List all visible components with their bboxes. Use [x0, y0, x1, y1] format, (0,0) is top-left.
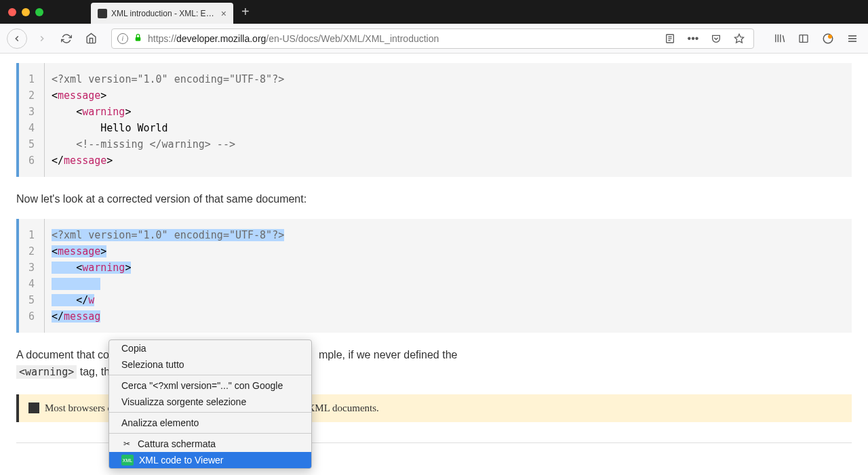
browser-toolbar: i https://developer.mozilla.org/en-US/do…	[0, 24, 868, 54]
line-numbers: 1 2 3 4 5 6	[19, 63, 45, 177]
forward-button[interactable]	[33, 29, 52, 48]
paragraph-corrected-intro: Now let's look at a corrected version of…	[16, 190, 852, 208]
tab-close-icon[interactable]: ×	[221, 8, 226, 19]
library-icon[interactable]	[770, 30, 788, 47]
code-body[interactable]: <?xml version="1.0" encoding="UTF-8"?> <…	[45, 63, 291, 177]
context-menu-xml-viewer[interactable]: XML XML code to Viewer	[109, 452, 311, 468]
window-minimize-button[interactable]	[22, 8, 30, 16]
back-button[interactable]	[7, 28, 27, 49]
svg-rect-10	[800, 35, 808, 42]
svg-line-9	[783, 35, 784, 42]
window-controls	[0, 8, 43, 16]
code-block-corrected: 1 2 3 4 5 6 <?xml version="1.0" encoding…	[16, 219, 852, 333]
tab-favicon-icon	[98, 9, 107, 18]
context-menu-search-google[interactable]: Cerca "<?xml version="..." con Google	[109, 377, 311, 394]
note-icon	[28, 402, 39, 413]
site-info-icon[interactable]: i	[117, 33, 128, 44]
context-menu-view-source[interactable]: Visualizza sorgente selezione	[109, 394, 311, 410]
scissors-icon: ✂	[121, 438, 132, 449]
lock-icon[interactable]	[134, 33, 142, 44]
page-actions-icon[interactable]: •••	[684, 30, 702, 47]
inline-code-warning-tag: <warning>	[16, 365, 77, 379]
context-menu-separator	[109, 412, 311, 413]
extension-badge-icon[interactable]	[819, 30, 837, 47]
reload-button[interactable]	[57, 29, 76, 48]
xml-badge-icon: XML	[121, 455, 134, 466]
context-menu-separator	[109, 375, 311, 375]
url-text: https://developer.mozilla.org/en-US/docs…	[148, 33, 656, 44]
address-bar[interactable]: i https://developer.mozilla.org/en-US/do…	[111, 28, 754, 49]
context-menu: Copia Seleziona tutto Cerca "<?xml versi…	[108, 339, 312, 469]
svg-marker-5	[734, 34, 743, 43]
reader-mode-icon[interactable]	[661, 30, 679, 47]
context-menu-inspect[interactable]: Analizza elemento	[109, 415, 311, 431]
window-maximize-button[interactable]	[35, 8, 43, 16]
line-numbers: 1 2 3 4 5 6	[19, 219, 45, 333]
pocket-icon[interactable]	[707, 30, 725, 47]
context-menu-separator	[109, 433, 311, 434]
svg-rect-0	[136, 37, 141, 40]
bookmark-star-icon[interactable]	[730, 30, 748, 47]
menu-icon[interactable]	[844, 30, 861, 47]
svg-point-13	[828, 35, 832, 39]
context-menu-copy[interactable]: Copia	[109, 340, 311, 356]
context-menu-select-all[interactable]: Seleziona tutto	[109, 356, 311, 373]
sidebar-icon[interactable]	[795, 30, 812, 47]
browser-tab[interactable]: XML introduction - XML: Extens ×	[91, 3, 233, 24]
window-close-button[interactable]	[8, 8, 16, 16]
new-tab-button[interactable]: +	[241, 4, 250, 20]
tab-title: XML introduction - XML: Extens	[111, 9, 217, 18]
home-button[interactable]	[81, 29, 100, 48]
context-menu-screenshot[interactable]: ✂ Cattura schermata	[109, 436, 311, 452]
code-body-selected[interactable]: <?xml version="1.0" encoding="UTF-8"?> <…	[45, 219, 291, 333]
page-content: 1 2 3 4 5 6 <?xml version="1.0" encoding…	[0, 54, 868, 453]
titlebar: XML introduction - XML: Extens × +	[0, 0, 868, 24]
code-block-invalid: 1 2 3 4 5 6 <?xml version="1.0" encoding…	[16, 63, 852, 177]
